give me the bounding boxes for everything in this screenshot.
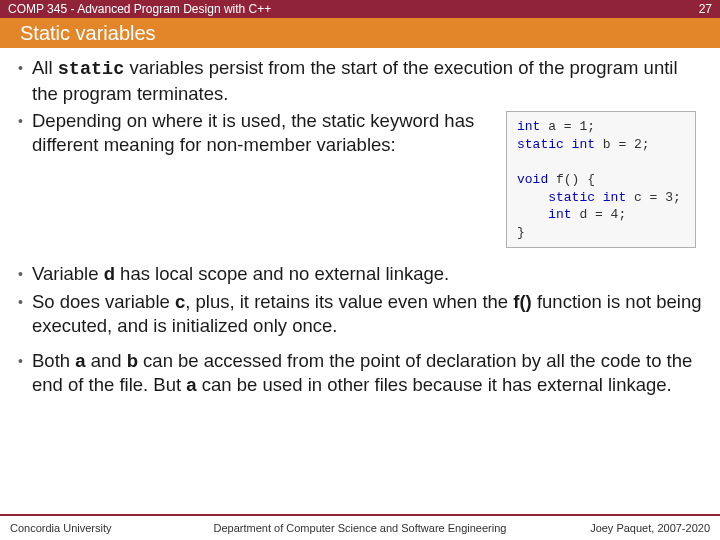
keyword-static: static [58, 59, 125, 80]
bullet-dot: • [18, 349, 32, 396]
bullet-2: • Depending on where it is used, the sta… [18, 109, 494, 156]
course-header: COMP 345 - Advanced Program Design with … [0, 0, 720, 18]
bullet-text: Depending on where it is used, the stati… [32, 109, 494, 156]
footer-left: Concordia University [10, 522, 111, 534]
text-fragment: All [32, 57, 58, 78]
code-kw: int [517, 207, 572, 222]
slide-title: Static variables [20, 22, 156, 45]
code-kw: void [517, 172, 548, 187]
page-number: 27 [699, 2, 712, 16]
bullet-3: • Variable d has local scope and no exte… [18, 262, 702, 286]
slide-footer: Concordia University Department of Compu… [0, 514, 720, 540]
footer-center: Department of Computer Science and Softw… [214, 522, 507, 534]
fn-f: f() [513, 291, 531, 312]
text-fragment: Both [32, 350, 75, 371]
bullet-1: • All static variables persist from the … [18, 56, 702, 105]
code-text: a = 1; [540, 119, 595, 134]
bullet-text: Both a and b can be accessed from the po… [32, 349, 702, 396]
var-c: c [175, 291, 185, 312]
code-text: b = 2; [595, 137, 650, 152]
text-fragment: , plus, it retains its value even when t… [185, 291, 513, 312]
var-d: d [104, 263, 115, 284]
code-text: c = 3; [626, 190, 681, 205]
code-kw: static int [517, 137, 595, 152]
bullet-text: Variable d has local scope and no extern… [32, 262, 702, 286]
slide-title-bar: Static variables [0, 18, 720, 48]
bullet-text: All static variables persist from the st… [32, 56, 702, 105]
code-kw: int [517, 119, 540, 134]
code-text: f() { [548, 172, 595, 187]
footer-right: Joey Paquet, 2007-2020 [590, 522, 710, 534]
text-fragment: and [86, 350, 127, 371]
bullet-dot: • [18, 262, 32, 286]
slide-content: • All static variables persist from the … [0, 48, 720, 397]
text-fragment: variables persist from the start of the … [32, 57, 678, 104]
bullet-5: • Both a and b can be accessed from the … [18, 349, 702, 396]
text-fragment: has local scope and no external linkage. [115, 263, 449, 284]
var-b: b [127, 350, 138, 371]
bullet-dot: • [18, 56, 32, 105]
code-snippet: int a = 1; static int b = 2; void f() { … [506, 111, 696, 248]
bullet-4: • So does variable c, plus, it retains i… [18, 290, 702, 337]
bullet-dot: • [18, 109, 32, 156]
var-a: a [186, 374, 196, 395]
code-text: d = 4; [572, 207, 627, 222]
code-text: } [517, 225, 525, 240]
bullet-text: So does variable c, plus, it retains its… [32, 290, 702, 337]
text-fragment: Variable [32, 263, 104, 284]
bullet-dot: • [18, 290, 32, 337]
code-kw: static int [517, 190, 626, 205]
course-title: COMP 345 - Advanced Program Design with … [8, 2, 271, 16]
text-fragment: So does variable [32, 291, 175, 312]
var-a: a [75, 350, 85, 371]
text-fragment: can be used in other files because it ha… [197, 374, 672, 395]
